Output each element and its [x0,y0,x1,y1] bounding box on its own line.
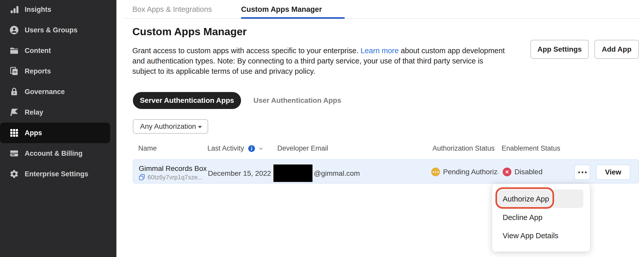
ellipsis-icon [578,171,580,173]
server-authentication-apps-pill[interactable]: Server Authentication Apps [133,92,241,109]
column-header-last-activity: Last Activity [207,144,264,152]
sidebar: Insights Users & Groups Content Reports [0,0,116,257]
page-description: Grant access to custom apps with access … [132,45,518,76]
add-app-button[interactable]: Add App [594,40,639,59]
sidebar-item-users-groups[interactable]: Users & Groups [0,20,116,40]
column-header-enablement-status: Enablement Status [502,144,560,152]
disabled-status-icon [503,168,511,176]
page-title: Custom Apps Manager [132,26,247,38]
authorization-filter-dropdown[interactable]: Any Authorization [133,119,208,134]
enablement-status: Disabled [503,168,542,176]
sidebar-item-label: Governance [25,88,65,96]
authorization-status: Pending Authorization [431,168,498,176]
lock-icon [9,87,19,97]
column-header-developer-email: Developer Email [277,144,328,152]
sidebar-item-relay[interactable]: Relay [0,102,116,123]
column-header-authorization-status: Authorization Status [433,144,495,152]
bar-chart-icon [9,5,19,14]
view-button[interactable]: View [596,164,630,180]
tabbar-divider [124,18,639,19]
tab-custom-apps-manager[interactable]: Custom Apps Manager [241,5,322,14]
sidebar-item-label: Apps [25,129,42,137]
app-id-row: 60tz6y7vrp1q7xze... [139,174,203,181]
learn-more-link[interactable]: Learn more [361,47,399,55]
description-line-1: Grant access to custom apps with access … [132,45,518,56]
last-activity-value: December 15, 2022 [208,169,271,178]
sidebar-item-insights[interactable]: Insights [0,0,116,20]
sidebar-item-label: Reports [25,67,51,75]
app-name: Gimmal Records Box [139,164,207,173]
apps-grid-icon [9,128,19,138]
sidebar-item-label: Enterprise Settings [25,170,88,178]
active-tab-underline [241,17,345,19]
app-id-value: 60tz6y7vrp1q7xze... [148,174,203,181]
sidebar-item-label: Insights [25,6,51,14]
developer-email-value: @gimmal.com [314,169,360,178]
sidebar-item-label: Relay [25,108,43,116]
enablement-status-label: Disabled [514,168,542,176]
menu-item-view-app-details[interactable]: View App Details [503,232,558,240]
menu-item-decline-app[interactable]: Decline App [503,213,542,222]
column-header-label: Last Activity [207,144,244,152]
description-line-2: and authentication types. Note: By conne… [132,56,518,66]
description-line-3: subject to its applicable terms of use a… [132,66,518,76]
sidebar-item-reports[interactable]: Reports [0,61,116,81]
sort-chevron-icon[interactable] [257,145,264,152]
pending-status-icon [431,168,440,176]
tab-box-apps-integrations[interactable]: Box Apps & Integrations [132,5,212,14]
column-header-name: Name [138,144,157,152]
sidebar-item-governance[interactable]: Governance [0,81,116,102]
sidebar-item-apps[interactable]: Apps [0,123,110,143]
custom-apps-manager-page: Insights Users & Groups Content Reports [0,0,644,257]
menu-item-authorize-app[interactable]: Authorize App [503,195,549,203]
folder-icon [9,46,19,56]
description-text: Grant access to custom apps with access … [132,47,361,55]
reports-icon [9,66,19,76]
table-row[interactable]: Gimmal Records Box 60tz6y7vrp1q7xze... D… [133,159,639,183]
chevron-down-icon [198,126,202,128]
sidebar-item-label: Content [25,47,51,55]
sidebar-item-content[interactable]: Content [0,40,116,61]
row-actions-menu: Authorize App Decline App View App Detai… [492,184,590,252]
row-actions-ellipsis-button[interactable] [574,164,590,180]
flag-icon [9,107,19,117]
table-header-row: Name Last Activity Developer Email Autho… [0,144,644,154]
sidebar-item-enterprise-settings[interactable]: Enterprise Settings [0,164,116,184]
dropdown-selected-value: Any Authorization [140,122,196,131]
copy-icon[interactable] [139,174,145,181]
description-text: about custom app development [399,47,505,55]
gear-icon [9,169,19,179]
info-icon[interactable] [248,145,255,152]
app-settings-button[interactable]: App Settings [530,40,589,59]
redacted-email-box [273,164,312,182]
authorization-status-label: Pending Authorization [443,168,498,176]
user-authentication-apps-pill[interactable]: User Authentication Apps [253,92,341,109]
sidebar-item-label: Users & Groups [25,26,78,34]
users-icon [9,25,19,35]
